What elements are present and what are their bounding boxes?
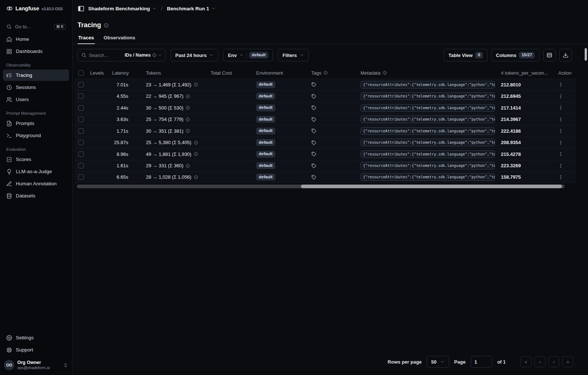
info-icon[interactable] [186,129,190,133]
sidebar-item-human-annotation[interactable]: Human Annotation [3,178,69,189]
table-row[interactable]: 1.71s 30 → 351 (Σ 381) default {"resourc… [75,125,576,137]
row-actions-button[interactable] [553,175,576,180]
user-account-menu[interactable]: OO Org Owner ops@shadeform.ai [3,356,69,375]
tag-icon[interactable] [311,117,316,122]
row-actions-button[interactable] [553,128,576,133]
tab-observations[interactable]: Observations [103,32,136,44]
table-row[interactable]: 3.63s 25 → 754 (Σ 779) default {"resourc… [75,114,576,125]
info-icon[interactable] [186,164,190,168]
table-row[interactable]: 6.65s 28 → 1,028 (Σ 1,056) default {"res… [75,171,576,183]
info-icon[interactable] [104,23,109,28]
column-header-levels[interactable]: Levels [87,70,109,76]
row-actions-button[interactable] [553,94,576,99]
table-row[interactable]: 2.44s 30 → 500 (Σ 530) default {"resourc… [75,102,576,114]
next-page-button[interactable]: › [548,356,559,367]
tag-icon[interactable] [311,94,316,99]
page-number-input[interactable] [471,356,492,368]
select-all-checkbox[interactable] [75,70,87,76]
kebab-menu-icon[interactable] [558,82,563,87]
metadata-preview[interactable]: {"resourceAttributes":{"telemetry.sdk.la… [361,115,495,123]
row-actions-button[interactable] [553,140,576,145]
tag-icon[interactable] [311,128,316,133]
info-icon[interactable] [186,106,190,110]
row-actions-button[interactable] [553,151,576,157]
column-header-tags[interactable]: Tags [308,70,358,76]
info-icon[interactable] [194,152,198,156]
metadata-preview[interactable]: {"resourceAttributes":{"telemetry.sdk.la… [361,81,495,89]
row-checkbox[interactable] [75,174,87,180]
search-box[interactable]: IDs / Names [78,49,166,61]
columns-button[interactable]: Columns 15/27 [491,49,539,61]
row-checkbox[interactable] [75,140,87,145]
metadata-preview[interactable]: {"resourceAttributes":{"telemetry.sdk.la… [361,104,495,112]
row-checkbox[interactable] [75,93,87,99]
kebab-menu-icon[interactable] [558,151,563,157]
rows-per-page-select[interactable]: 50 [427,356,449,368]
metadata-preview[interactable]: {"resourceAttributes":{"telemetry.sdk.la… [361,92,495,100]
sidebar-item-users[interactable]: Users [3,94,69,105]
table-view-button[interactable]: Table View 0 [444,49,487,61]
kebab-menu-icon[interactable] [558,140,563,145]
kebab-menu-icon[interactable] [558,94,563,99]
tag-icon[interactable] [311,105,316,110]
table-row[interactable]: 25.87s 25 → 5,380 (Σ 5,405) default {"re… [75,137,576,149]
horizontal-scrollbar-thumb[interactable] [301,185,562,188]
sidebar-toggle-button[interactable] [78,5,85,12]
info-icon[interactable] [194,175,198,179]
last-page-button[interactable]: » [562,356,573,367]
filters-button[interactable]: Filters [278,49,309,61]
row-height-button[interactable] [543,49,556,61]
row-actions-button[interactable] [553,105,576,110]
row-checkbox[interactable] [75,151,87,157]
metadata-preview[interactable]: {"resourceAttributes":{"telemetry.sdk.la… [361,173,495,181]
sidebar-item-settings[interactable]: Settings [3,332,69,343]
row-actions-button[interactable] [553,82,576,87]
sidebar-item-dashboards[interactable]: Dashboards [3,46,69,57]
search-mode-dropdown[interactable]: IDs / Names [125,53,162,58]
column-header-environment[interactable]: Environment [253,70,308,76]
previous-page-button[interactable]: ‹ [534,356,545,367]
column-header-tokens[interactable]: Tokens [143,70,208,76]
first-page-button[interactable]: « [520,356,531,367]
row-actions-button[interactable] [553,117,576,122]
export-button[interactable] [559,49,572,61]
sidebar-item-sessions[interactable]: Sessions [3,82,69,93]
sidebar-item-datasets[interactable]: Datasets [3,190,69,201]
sidebar-item-scores[interactable]: Scores [3,154,69,165]
table-row[interactable]: 8.96s 49 → 1,881 (Σ 1,930) default {"res… [75,148,576,160]
search-input[interactable] [89,53,122,58]
row-checkbox[interactable] [75,163,87,168]
environment-filter[interactable]: Env default [223,49,273,61]
tag-icon[interactable] [311,151,316,157]
info-icon[interactable] [194,82,198,87]
app-logo[interactable]: Langfuse v3.83.0 OSS [3,0,69,17]
row-checkbox[interactable] [75,117,87,122]
project-selector[interactable]: Benchmark Run 1 [167,6,216,11]
table-row[interactable]: 7.01s 23 → 1,469 (Σ 1,492) default {"res… [75,79,576,90]
sidebar-item-llm-as-a-judge[interactable]: LLM-as-a-Judge [3,166,69,177]
kebab-menu-icon[interactable] [558,117,563,122]
horizontal-scrollbar[interactable] [77,185,564,188]
sidebar-item-support[interactable]: Support [3,344,69,356]
table-row[interactable]: 4.55s 22 → 945 (Σ 967) default {"resourc… [75,90,576,102]
metadata-preview[interactable]: {"resourceAttributes":{"telemetry.sdk.la… [361,127,495,135]
tag-icon[interactable] [311,163,316,168]
column-header-latency[interactable]: Latency [109,70,143,76]
kebab-menu-icon[interactable] [558,175,563,180]
column-header-metadata[interactable]: Metadata [358,70,498,76]
row-checkbox[interactable] [75,82,87,88]
sidebar-item-tracing[interactable]: Tracing [3,69,69,81]
row-actions-button[interactable] [553,163,576,168]
row-checkbox[interactable] [75,105,87,111]
org-selector[interactable]: Shadeform Benchmarking [88,6,157,11]
tag-icon[interactable] [311,140,316,145]
info-icon[interactable] [186,117,190,122]
kebab-menu-icon[interactable] [558,163,563,168]
kebab-menu-icon[interactable] [558,105,563,110]
vertical-scrollbar-thumb[interactable] [585,48,587,61]
tag-icon[interactable] [311,175,316,180]
sidebar-item-prompts[interactable]: Prompts [3,118,69,129]
tag-icon[interactable] [311,82,316,87]
row-checkbox[interactable] [75,128,87,134]
sidebar-item-playground[interactable]: Playground [3,130,69,141]
